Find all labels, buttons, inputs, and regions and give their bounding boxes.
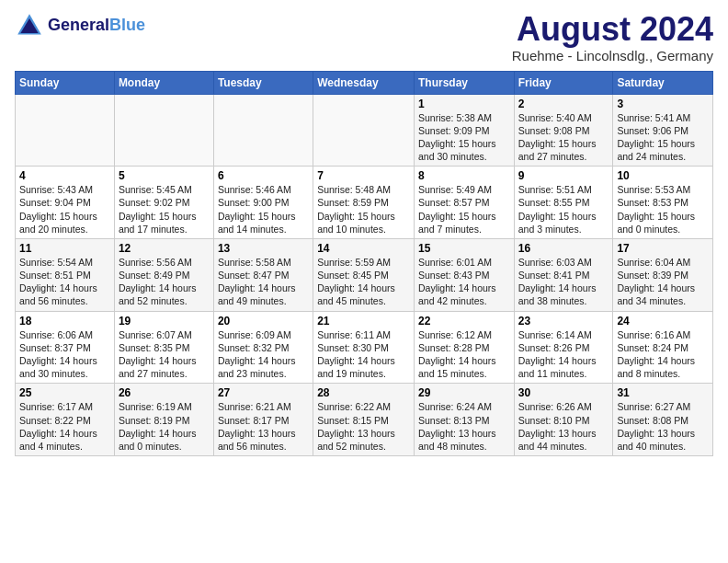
calendar-cell: 6Sunrise: 5:46 AM Sunset: 9:00 PM Daylig…	[213, 167, 313, 239]
day-details: Sunrise: 6:17 AM Sunset: 8:22 PM Dayligh…	[19, 400, 110, 453]
day-details: Sunrise: 6:01 AM Sunset: 8:43 PM Dayligh…	[418, 256, 510, 308]
week-row-1: 1Sunrise: 5:38 AM Sunset: 9:09 PM Daylig…	[16, 94, 713, 167]
week-row-5: 25Sunrise: 6:17 AM Sunset: 8:22 PM Dayli…	[16, 384, 713, 456]
day-details: Sunrise: 5:59 AM Sunset: 8:45 PM Dayligh…	[317, 256, 410, 308]
day-number: 1	[418, 98, 510, 110]
day-number: 15	[418, 242, 510, 255]
day-details: Sunrise: 6:04 AM Sunset: 8:39 PM Dayligh…	[617, 256, 709, 308]
day-number: 20	[218, 315, 309, 327]
day-details: Sunrise: 6:21 AM Sunset: 8:17 PM Dayligh…	[218, 400, 309, 453]
day-number: 4	[19, 169, 110, 182]
header: GeneralBlue August 2024 Ruehme - Lincoln…	[15, 11, 713, 63]
day-details: Sunrise: 6:07 AM Sunset: 8:35 PM Dayligh…	[119, 328, 210, 381]
day-number: 21	[317, 315, 410, 327]
day-number: 23	[518, 315, 609, 327]
day-number: 17	[617, 242, 709, 255]
day-number: 30	[518, 386, 609, 399]
day-details: Sunrise: 5:46 AM Sunset: 9:00 PM Dayligh…	[218, 183, 309, 236]
title-block: August 2024 Ruehme - Lincolnsdlg., Germa…	[512, 11, 713, 63]
calendar-cell: 27Sunrise: 6:21 AM Sunset: 8:17 PM Dayli…	[213, 384, 313, 456]
day-number: 8	[418, 169, 510, 182]
calendar-cell: 25Sunrise: 6:17 AM Sunset: 8:22 PM Dayli…	[16, 384, 115, 456]
calendar-cell: 16Sunrise: 6:03 AM Sunset: 8:41 PM Dayli…	[514, 238, 613, 311]
calendar-cell: 2Sunrise: 5:40 AM Sunset: 9:08 PM Daylig…	[514, 94, 613, 167]
calendar-cell: 28Sunrise: 6:22 AM Sunset: 8:15 PM Dayli…	[313, 384, 415, 456]
calendar-cell	[213, 94, 313, 167]
day-details: Sunrise: 5:53 AM Sunset: 8:53 PM Dayligh…	[617, 183, 709, 236]
day-number: 19	[119, 315, 210, 327]
calendar-cell: 5Sunrise: 5:45 AM Sunset: 9:02 PM Daylig…	[114, 167, 213, 239]
calendar-cell: 30Sunrise: 6:26 AM Sunset: 8:10 PM Dayli…	[514, 384, 613, 456]
day-header-friday: Friday	[514, 71, 613, 94]
day-details: Sunrise: 5:48 AM Sunset: 8:59 PM Dayligh…	[317, 183, 410, 236]
calendar-cell: 15Sunrise: 6:01 AM Sunset: 8:43 PM Dayli…	[414, 238, 514, 311]
day-number: 18	[19, 315, 110, 327]
day-number: 3	[617, 98, 709, 110]
calendar-cell: 22Sunrise: 6:12 AM Sunset: 8:28 PM Dayli…	[414, 311, 514, 384]
day-number: 10	[617, 169, 709, 182]
calendar-cell	[114, 94, 213, 167]
day-number: 26	[119, 386, 210, 399]
calendar-cell: 18Sunrise: 6:06 AM Sunset: 8:37 PM Dayli…	[16, 311, 115, 384]
logo-line2: Blue	[109, 16, 145, 34]
day-details: Sunrise: 5:58 AM Sunset: 8:47 PM Dayligh…	[218, 256, 309, 308]
day-number: 24	[617, 315, 709, 327]
day-details: Sunrise: 6:09 AM Sunset: 8:32 PM Dayligh…	[218, 328, 309, 381]
day-header-monday: Monday	[114, 71, 213, 94]
calendar-cell: 7Sunrise: 5:48 AM Sunset: 8:59 PM Daylig…	[313, 167, 415, 239]
day-header-tuesday: Tuesday	[213, 71, 313, 94]
calendar-cell: 9Sunrise: 5:51 AM Sunset: 8:55 PM Daylig…	[514, 167, 613, 239]
logo-line1: General	[48, 16, 109, 34]
logo-text: GeneralBlue	[48, 17, 145, 35]
day-details: Sunrise: 6:14 AM Sunset: 8:26 PM Dayligh…	[518, 328, 609, 381]
calendar-cell: 19Sunrise: 6:07 AM Sunset: 8:35 PM Dayli…	[114, 311, 213, 384]
day-number: 16	[518, 242, 609, 255]
calendar-cell: 20Sunrise: 6:09 AM Sunset: 8:32 PM Dayli…	[213, 311, 313, 384]
day-header-thursday: Thursday	[414, 71, 514, 94]
day-number: 29	[418, 386, 510, 399]
day-details: Sunrise: 5:38 AM Sunset: 9:09 PM Dayligh…	[418, 111, 510, 164]
calendar-cell: 3Sunrise: 5:41 AM Sunset: 9:06 PM Daylig…	[613, 94, 713, 167]
calendar-cell	[16, 94, 115, 167]
calendar-table: SundayMondayTuesdayWednesdayThursdayFrid…	[15, 71, 713, 456]
week-row-3: 11Sunrise: 5:54 AM Sunset: 8:51 PM Dayli…	[16, 238, 713, 311]
day-number: 13	[218, 242, 309, 255]
day-details: Sunrise: 6:12 AM Sunset: 8:28 PM Dayligh…	[418, 328, 510, 381]
week-row-4: 18Sunrise: 6:06 AM Sunset: 8:37 PM Dayli…	[16, 311, 713, 384]
calendar-cell: 23Sunrise: 6:14 AM Sunset: 8:26 PM Dayli…	[514, 311, 613, 384]
day-details: Sunrise: 5:40 AM Sunset: 9:08 PM Dayligh…	[518, 111, 609, 164]
logo-icon	[15, 11, 44, 40]
day-details: Sunrise: 5:54 AM Sunset: 8:51 PM Dayligh…	[19, 256, 110, 308]
calendar-cell: 12Sunrise: 5:56 AM Sunset: 8:49 PM Dayli…	[114, 238, 213, 311]
day-number: 28	[317, 386, 410, 399]
calendar-cell: 11Sunrise: 5:54 AM Sunset: 8:51 PM Dayli…	[16, 238, 115, 311]
day-details: Sunrise: 6:03 AM Sunset: 8:41 PM Dayligh…	[518, 256, 609, 308]
day-details: Sunrise: 6:22 AM Sunset: 8:15 PM Dayligh…	[317, 400, 410, 453]
calendar-cell: 29Sunrise: 6:24 AM Sunset: 8:13 PM Dayli…	[414, 384, 514, 456]
calendar-cell: 10Sunrise: 5:53 AM Sunset: 8:53 PM Dayli…	[613, 167, 713, 239]
day-number: 31	[617, 386, 709, 399]
day-header-saturday: Saturday	[613, 71, 713, 94]
calendar-cell: 14Sunrise: 5:59 AM Sunset: 8:45 PM Dayli…	[313, 238, 415, 311]
day-details: Sunrise: 6:06 AM Sunset: 8:37 PM Dayligh…	[19, 328, 110, 381]
day-details: Sunrise: 6:11 AM Sunset: 8:30 PM Dayligh…	[317, 328, 410, 381]
day-details: Sunrise: 6:26 AM Sunset: 8:10 PM Dayligh…	[518, 400, 609, 453]
calendar-cell: 26Sunrise: 6:19 AM Sunset: 8:19 PM Dayli…	[114, 384, 213, 456]
day-number: 14	[317, 242, 410, 255]
calendar-cell	[313, 94, 415, 167]
day-details: Sunrise: 5:49 AM Sunset: 8:57 PM Dayligh…	[418, 183, 510, 236]
calendar-cell: 4Sunrise: 5:43 AM Sunset: 9:04 PM Daylig…	[16, 167, 115, 239]
subtitle: Ruehme - Lincolnsdlg., Germany	[512, 48, 713, 63]
calendar-cell: 24Sunrise: 6:16 AM Sunset: 8:24 PM Dayli…	[613, 311, 713, 384]
day-number: 2	[518, 98, 609, 110]
day-details: Sunrise: 5:43 AM Sunset: 9:04 PM Dayligh…	[19, 183, 110, 236]
calendar-cell: 21Sunrise: 6:11 AM Sunset: 8:30 PM Dayli…	[313, 311, 415, 384]
calendar-cell: 1Sunrise: 5:38 AM Sunset: 9:09 PM Daylig…	[414, 94, 514, 167]
calendar-cell: 17Sunrise: 6:04 AM Sunset: 8:39 PM Dayli…	[613, 238, 713, 311]
day-details: Sunrise: 6:27 AM Sunset: 8:08 PM Dayligh…	[617, 400, 709, 453]
day-number: 11	[19, 242, 110, 255]
day-header-wednesday: Wednesday	[313, 71, 415, 94]
calendar-cell: 13Sunrise: 5:58 AM Sunset: 8:47 PM Dayli…	[213, 238, 313, 311]
day-header-sunday: Sunday	[16, 71, 115, 94]
day-number: 5	[119, 169, 210, 182]
